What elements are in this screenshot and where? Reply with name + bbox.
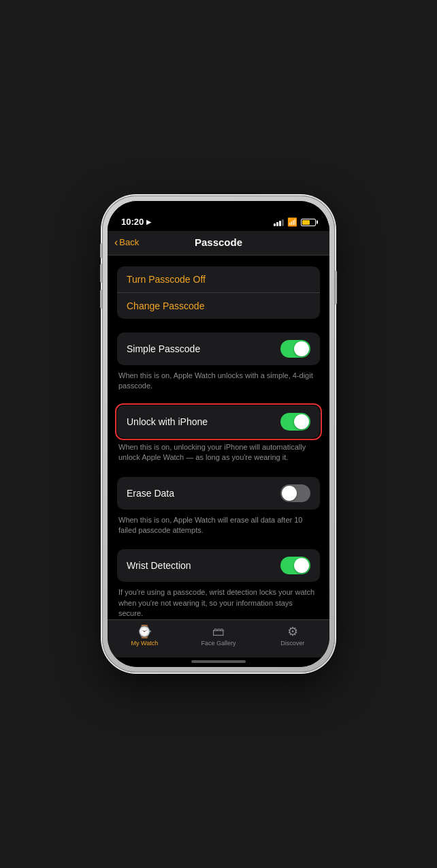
settings-content[interactable]: Turn Passcode Off Change Passcode Simple… [108, 255, 329, 619]
volume-up-button [100, 264, 102, 283]
toggle-knob [294, 341, 309, 356]
toggle-knob-unlock [294, 414, 309, 429]
simple-passcode-description: When this is on, Apple Watch unlocks wit… [117, 371, 320, 392]
simple-passcode-toggle[interactable] [280, 340, 310, 358]
erase-data-label: Erase Data [127, 488, 174, 499]
unlock-iphone-description: When this is on, unlocking your iPhone w… [117, 442, 320, 463]
erase-data-row[interactable]: Erase Data [117, 477, 320, 510]
wrist-detection-label: Wrist Detection [127, 560, 191, 571]
turn-passcode-off-label: Turn Passcode Off [127, 274, 206, 285]
erase-data-toggle[interactable] [280, 484, 310, 502]
status-time: 10:20 ▶ [121, 217, 151, 227]
signal-bar-3 [279, 221, 281, 226]
battery-fill [302, 220, 310, 225]
page-title: Passcode [195, 236, 242, 248]
unlock-with-iphone-row[interactable]: Unlock with iPhone [117, 405, 320, 438]
passcode-actions-group: Turn Passcode Off Change Passcode [117, 266, 320, 319]
home-indicator [108, 657, 329, 667]
wifi-icon: 📶 [287, 217, 297, 227]
back-button-label: Back [119, 237, 139, 247]
tab-my-watch[interactable]: ⌚ My Watch [108, 625, 182, 647]
wrist-detection-toggle[interactable] [280, 557, 310, 574]
face-gallery-label: Face Gallery [201, 640, 236, 647]
phone-screen: 10:20 ▶ 📶 ‹ Back Pa [108, 201, 329, 667]
silent-switch [100, 243, 102, 258]
tab-discover[interactable]: ⚙ Discover [255, 625, 329, 647]
signal-bar-2 [276, 222, 278, 226]
status-icons: 📶 [274, 217, 316, 227]
tab-bar: ⌚ My Watch 🗃 Face Gallery ⚙ Discover [108, 619, 329, 657]
unlock-with-iphone-toggle[interactable] [280, 413, 310, 431]
wrist-detection-group: Wrist Detection [117, 549, 320, 582]
home-bar [191, 660, 246, 663]
simple-passcode-group: Simple Passcode [117, 332, 320, 365]
toggle-knob-erase [282, 486, 297, 501]
volume-down-button [100, 290, 102, 309]
power-button [335, 270, 337, 305]
signal-bar-1 [274, 223, 276, 226]
notch [178, 201, 259, 217]
battery-indicator [301, 219, 316, 226]
discover-label: Discover [280, 640, 304, 647]
discover-icon: ⚙ [287, 625, 298, 638]
change-passcode-row[interactable]: Change Passcode [117, 293, 320, 319]
phone-frame: 10:20 ▶ 📶 ‹ Back Pa [102, 196, 335, 672]
wrist-detection-row[interactable]: Wrist Detection [117, 549, 320, 582]
unlock-with-iphone-label: Unlock with iPhone [127, 416, 208, 427]
wrist-detection-description: If you're using a passcode, wrist detect… [117, 587, 320, 619]
my-watch-icon: ⌚ [137, 625, 152, 638]
simple-passcode-label: Simple Passcode [127, 343, 200, 354]
tab-face-gallery[interactable]: 🗃 Face Gallery [182, 625, 256, 647]
unlock-with-iphone-container: Unlock with iPhone [117, 405, 320, 438]
simple-passcode-row[interactable]: Simple Passcode [117, 332, 320, 365]
back-button[interactable]: ‹ Back [114, 236, 139, 249]
my-watch-label: My Watch [131, 640, 159, 647]
erase-data-description: When this is on, Apple Watch will erase … [117, 515, 320, 536]
turn-passcode-off-row[interactable]: Turn Passcode Off [117, 266, 320, 293]
erase-data-group: Erase Data [117, 477, 320, 510]
location-icon: ▶ [146, 219, 151, 226]
navigation-header: ‹ Back Passcode [108, 231, 329, 255]
change-passcode-label: Change Passcode [127, 300, 204, 311]
signal-bars [274, 219, 284, 226]
toggle-knob-wrist [294, 558, 309, 573]
face-gallery-icon: 🗃 [212, 625, 225, 638]
back-chevron-icon: ‹ [114, 236, 118, 249]
signal-bar-4 [282, 219, 284, 226]
